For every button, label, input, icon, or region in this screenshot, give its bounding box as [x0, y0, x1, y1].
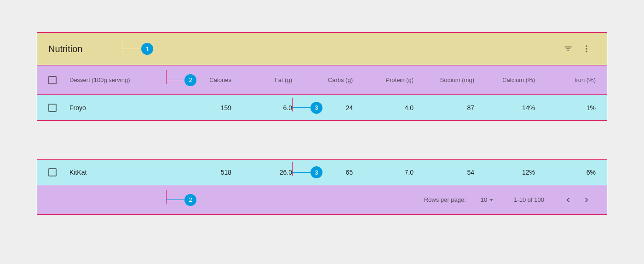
- column-header-sodium[interactable]: Sodium (mg): [414, 76, 474, 83]
- cell-protein: 4.0: [353, 104, 414, 111]
- table-header-row: Dessert (100g serving) Calories Fat (g) …: [37, 65, 607, 95]
- table-footer: Rows per page: 10 1-10 of 100 2: [37, 185, 607, 215]
- annotation-badge: 1: [141, 43, 153, 55]
- select-all-checkbox[interactable]: [48, 76, 57, 84]
- cell-iron: 6%: [535, 169, 596, 176]
- cell-sodium: 87: [414, 104, 474, 111]
- rows-per-page-value: 10: [481, 196, 487, 203]
- filter-icon[interactable]: [559, 40, 577, 58]
- cell-name: Froyo: [69, 104, 171, 111]
- annotation-badge: 3: [310, 102, 322, 114]
- cell-protein: 7.0: [353, 169, 414, 176]
- column-header-iron[interactable]: Iron (%): [535, 76, 596, 83]
- prev-page-button[interactable]: [559, 195, 577, 205]
- row-checkbox[interactable]: [48, 168, 57, 176]
- dropdown-icon: [487, 196, 495, 204]
- table-title: Nutrition: [48, 44, 82, 54]
- cell-calories: 159: [171, 104, 231, 111]
- chevron-left-icon: [564, 195, 573, 205]
- truncation-indicator-bottom: [37, 154, 607, 159]
- column-header-fat[interactable]: Fat (g): [231, 76, 292, 83]
- more-vert-icon[interactable]: [577, 40, 596, 58]
- table-toolbar: Nutrition 1: [37, 32, 607, 65]
- cell-iron: 1%: [535, 104, 596, 111]
- table-row[interactable]: KitKat 518 26.0 65 7.0 54 12% 6% 3: [37, 159, 607, 185]
- table-row[interactable]: Froyo 159 6.0 24 4.0 87 14% 1% 3: [37, 95, 607, 121]
- cell-fat: 6.0: [231, 104, 292, 111]
- pagination-range: 1-10 of 100: [514, 196, 544, 203]
- annotation-badge: 3: [310, 166, 322, 178]
- column-header-protein[interactable]: Protein (g): [353, 76, 414, 83]
- column-header-carbs[interactable]: Carbs (g): [292, 76, 353, 83]
- next-page-button[interactable]: [577, 195, 596, 205]
- annotation-badge: 2: [184, 194, 196, 206]
- cell-fat: 26.0: [231, 169, 292, 176]
- annotation-badge: 2: [184, 74, 196, 86]
- svg-point-1: [586, 48, 587, 49]
- cell-sodium: 54: [414, 169, 474, 176]
- column-header-calcium[interactable]: Calcium (%): [474, 76, 535, 83]
- row-checkbox[interactable]: [48, 104, 57, 112]
- cell-calcium: 12%: [474, 169, 535, 176]
- cell-calcium: 14%: [474, 104, 535, 111]
- svg-point-2: [586, 51, 587, 52]
- svg-point-0: [586, 46, 587, 47]
- truncation-indicator-top: [37, 121, 607, 126]
- cell-calories: 518: [171, 169, 231, 176]
- column-header-name[interactable]: Dessert (100g serving): [69, 76, 171, 83]
- data-table-anatomy: Nutrition 1 Dessert (100g serving) Calor…: [37, 32, 607, 215]
- rows-per-page-label: Rows per page:: [424, 196, 466, 203]
- rows-per-page-select[interactable]: 10: [481, 196, 495, 204]
- cell-name: KitKat: [69, 169, 171, 176]
- chevron-right-icon: [582, 195, 591, 205]
